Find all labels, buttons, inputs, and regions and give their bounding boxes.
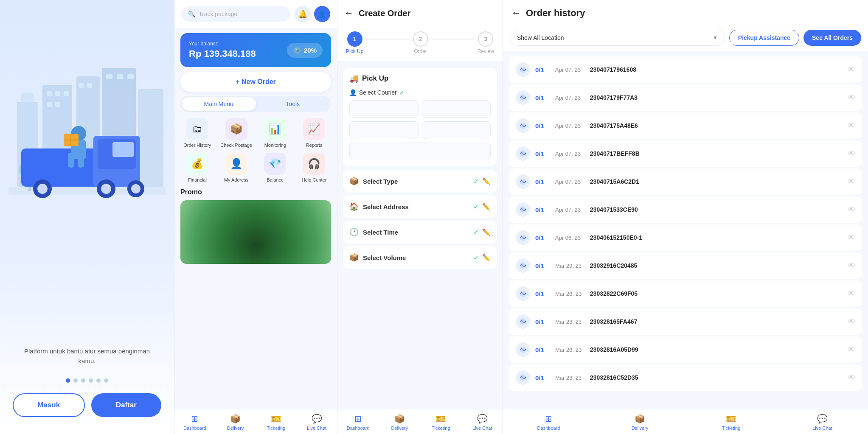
history-date: Apr 07, 23: [555, 67, 585, 73]
tab-main-menu[interactable]: Main Menu: [182, 97, 256, 111]
eye-icon[interactable]: 👁: [848, 289, 855, 298]
select-type-edit[interactable]: ✏️: [482, 177, 491, 185]
history-nav-delivery[interactable]: 📦 Delivery: [594, 414, 685, 431]
history-ticketing-icon: 🎫: [726, 414, 736, 424]
eye-icon[interactable]: 👁: [848, 233, 855, 242]
select-volume-row[interactable]: 📦 Select Volume ✓ ✏️: [343, 246, 497, 269]
select-volume-icon: 📦: [349, 253, 359, 262]
see-all-orders-button[interactable]: See All Orders: [803, 30, 861, 46]
menu-financial[interactable]: 💰 Financial: [180, 153, 214, 182]
courier-input-1[interactable]: [349, 100, 419, 118]
new-order-button[interactable]: + New Order: [180, 72, 331, 92]
status-icon: [516, 286, 530, 301]
history-item[interactable]: 0/1 Mar 28, 23 230328165FA467 👁: [509, 308, 862, 335]
main-app-panel: 🔍 Track package 🔔 👤 Your balance Rp 139.…: [174, 0, 337, 434]
delivery-icon: [519, 318, 527, 325]
history-item[interactable]: 0/1 Mar 29, 23 23032916C20485 👁: [509, 252, 862, 279]
courier-input-2[interactable]: [422, 100, 491, 118]
select-address-edit[interactable]: ✏️: [482, 203, 491, 211]
location-filter[interactable]: Show All Location ▼: [510, 30, 725, 46]
eye-icon[interactable]: 👁: [848, 373, 855, 382]
order-ticketing-label: Ticketing: [432, 426, 450, 431]
history-nav-dashboard[interactable]: ⊞ Dashboard: [503, 414, 594, 431]
user-avatar[interactable]: 👤: [314, 6, 330, 22]
ticketing-nav-label: Ticketing: [267, 426, 286, 431]
menu-balance[interactable]: 💎 Balance: [258, 153, 292, 182]
select-volume-edit[interactable]: ✏️: [482, 254, 491, 262]
order-nav-live-chat[interactable]: 💬 Live Chat: [462, 414, 503, 431]
eye-icon[interactable]: 👁: [848, 121, 855, 130]
history-item[interactable]: 0/1 Mar 28, 23 23032816C52D35 👁: [509, 364, 862, 391]
history-item[interactable]: 0/1 Apr 07, 23 230407175A48E6 👁: [509, 112, 862, 139]
history-title: Order history: [526, 8, 585, 19]
live-chat-nav-icon: 💬: [312, 414, 322, 424]
history-nav-live-chat[interactable]: 💬 Live Chat: [777, 414, 868, 431]
history-item[interactable]: 0/1 Apr 07, 23 23040717BEFF8B 👁: [509, 140, 862, 167]
menu-check-postage[interactable]: 📦 Check Postage: [219, 118, 253, 148]
history-ticketing-label: Ticketing: [722, 426, 741, 431]
search-bar[interactable]: 🔍 Track package: [181, 6, 290, 22]
dot-4: [89, 378, 93, 383]
app-nav-ticketing[interactable]: 🎫 Ticketing: [256, 414, 297, 431]
order-delivery-label: Delivery: [391, 426, 408, 431]
history-item[interactable]: 0/1 Apr 07, 23 2304071533CE90 👁: [509, 196, 862, 223]
eye-icon[interactable]: 👁: [848, 177, 855, 186]
eye-icon[interactable]: 👁: [848, 205, 855, 214]
eye-icon[interactable]: 👁: [848, 65, 855, 74]
menu-help-center-label: Help Center: [302, 177, 327, 182]
location-filter-text: Show All Location: [517, 34, 564, 41]
menu-monitoring[interactable]: 📊 Monitoring: [258, 118, 292, 148]
menu-order-history[interactable]: 🗂 Order History: [180, 118, 214, 148]
promo-banner[interactable]: [180, 200, 331, 264]
history-nav-ticketing[interactable]: 🎫 Ticketing: [685, 414, 777, 431]
svg-point-51: [525, 265, 526, 266]
history-item[interactable]: 0/1 Apr 07, 23 23040715A6C2D1 👁: [509, 168, 862, 195]
step-line-2: [432, 39, 474, 39]
daftar-button[interactable]: Daftar: [91, 393, 162, 417]
courier-input-3[interactable]: [349, 121, 419, 139]
select-time-edit[interactable]: ✏️: [482, 228, 491, 236]
select-time-left: 🕐 Select Time: [349, 227, 398, 237]
order-nav-ticketing[interactable]: 🎫 Ticketing: [420, 414, 462, 431]
select-type-left: 📦 Select Type: [349, 176, 398, 186]
eye-icon[interactable]: 👁: [848, 93, 855, 102]
history-item[interactable]: 0/1 Apr 06, 23 230406152150E0-1 👁: [509, 224, 862, 251]
history-count: 0/1: [535, 206, 550, 213]
history-item[interactable]: 0/1 Apr 07, 23 23040717961608 👁: [509, 56, 862, 83]
tab-tools[interactable]: Tools: [256, 97, 330, 111]
pickup-assistance-button[interactable]: Pickup Assistance: [729, 30, 799, 46]
history-item[interactable]: 0/1 Mar 28, 23 23032822C69F05 👁: [509, 280, 862, 307]
history-item[interactable]: 0/1 Apr 07, 23 230407179F77A3 👁: [509, 84, 862, 111]
courier-input-4[interactable]: [422, 121, 491, 139]
select-time-row[interactable]: 🕐 Select Time ✓ ✏️: [343, 221, 497, 244]
masuk-button[interactable]: Masuk: [13, 393, 85, 417]
history-item[interactable]: 0/1 Mar 28, 23 23032816A05D99 👁: [509, 336, 862, 363]
svg-rect-6: [47, 91, 52, 96]
eye-icon[interactable]: 👁: [848, 261, 855, 270]
step-order: 2 Order: [413, 31, 428, 54]
dot-3: [81, 378, 85, 383]
order-nav-dashboard[interactable]: ⊞ Dashboard: [337, 414, 379, 431]
eye-icon[interactable]: 👁: [848, 345, 855, 354]
select-time-check: ✓: [473, 228, 479, 236]
select-type-row[interactable]: 📦 Select Type ✓ ✏️: [343, 170, 497, 193]
order-nav-delivery[interactable]: 📦 Delivery: [379, 414, 421, 431]
eye-icon[interactable]: 👁: [848, 317, 855, 326]
select-address-row[interactable]: 🏠 Select Address ✓ ✏️: [343, 195, 497, 218]
history-back-button[interactable]: ←: [511, 8, 521, 19]
menu-help-center[interactable]: 🎧 Help Center: [297, 153, 331, 182]
courier-input-5[interactable]: [349, 143, 491, 160]
app-nav-live-chat[interactable]: 💬 Live Chat: [296, 414, 337, 431]
select-time-label: Select Time: [363, 229, 398, 236]
order-delivery-icon: 📦: [394, 414, 405, 424]
menu-monitoring-label: Monitoring: [264, 143, 286, 148]
eye-icon[interactable]: 👁: [848, 149, 855, 158]
back-button[interactable]: ←: [344, 8, 354, 19]
menu-reports[interactable]: 📈 Reports: [297, 118, 331, 148]
app-nav-delivery[interactable]: 📦 Delivery: [215, 414, 256, 431]
app-nav-dashboard[interactable]: ⊞ Dashboard: [174, 414, 215, 431]
menu-my-address[interactable]: 👤 My Address: [219, 153, 253, 182]
notification-icon[interactable]: 🔔: [295, 6, 311, 22]
balance-amount: Rp 139.348.188: [189, 48, 256, 59]
status-icon: [516, 146, 530, 161]
